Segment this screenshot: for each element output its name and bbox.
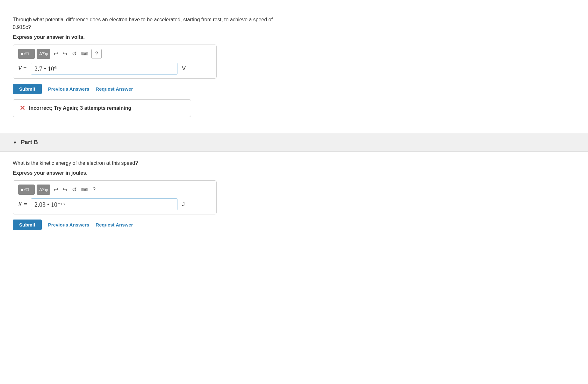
part-b-previous-answers-link[interactable]: Previous Answers <box>48 222 90 227</box>
help-icon-b: ? <box>93 187 96 192</box>
part-a-express: Express your answer in volts. <box>13 34 274 40</box>
redo-button-a[interactable]: ↪ <box>61 50 69 58</box>
help-icon-a: ? <box>95 51 98 57</box>
part-a-submit-button[interactable]: Submit <box>13 84 42 94</box>
part-a-previous-answers-link[interactable]: Previous Answers <box>48 86 90 92</box>
help-button-b[interactable]: ? <box>91 186 97 193</box>
redo-icon-b: ↪ <box>63 186 68 193</box>
part-b-request-answer-link[interactable]: Request Answer <box>96 222 133 227</box>
part-a-request-answer-link[interactable]: Request Answer <box>96 86 133 92</box>
part-a-toolbar: ■ √□ ΑΣφ ↩ ↪ ↺ ⌨ ? <box>18 49 211 59</box>
greek-icon-b: ΑΣφ <box>39 187 48 192</box>
keyboard-button-b[interactable]: ⌨ <box>80 186 90 193</box>
part-b-input-row: K = J <box>18 199 211 210</box>
matrix-sqrt-icon-a: ■ <box>21 52 23 56</box>
part-b-title: Part B <box>21 139 38 146</box>
greek-symbols-button-a[interactable]: ΑΣφ <box>37 49 50 59</box>
part-a-input[interactable] <box>31 63 177 74</box>
part-a-unit: V <box>182 65 186 72</box>
part-a-question: Through what potential difference does a… <box>13 16 274 31</box>
redo-button-b[interactable]: ↪ <box>61 185 69 194</box>
matrix-sqrt-button-a[interactable]: ■ √□ <box>18 49 35 59</box>
part-a-var-label: V = <box>18 65 28 72</box>
part-a-section: Through what potential difference does a… <box>13 10 274 123</box>
part-b-action-row: Submit Previous Answers Request Answer <box>13 220 575 230</box>
part-b-var-label: K = <box>18 201 28 208</box>
part-b-answer-box: ■ √□ ΑΣφ ↩ ↪ ↺ ⌨ ? K = <box>13 180 217 214</box>
part-a-feedback-text: Incorrect; Try Again; 3 attempts remaini… <box>29 105 131 111</box>
part-b-unit: J <box>182 201 185 208</box>
undo-button-a[interactable]: ↩ <box>52 50 60 58</box>
incorrect-icon-a: ✕ <box>19 104 25 112</box>
refresh-icon-b: ↺ <box>72 186 77 193</box>
refresh-button-a[interactable]: ↺ <box>71 50 78 58</box>
greek-icon-a: ΑΣφ <box>39 51 48 56</box>
part-b-section: What is the kinetic energy of the electr… <box>0 152 588 243</box>
undo-button-b[interactable]: ↩ <box>52 185 60 194</box>
greek-symbols-button-b[interactable]: ΑΣφ <box>37 185 50 195</box>
help-button-a[interactable]: ? <box>91 49 102 59</box>
part-a-input-row: V = V <box>18 63 211 74</box>
matrix-sqrt-icon-b: ■ <box>21 187 23 192</box>
part-b-toolbar: ■ √□ ΑΣφ ↩ ↪ ↺ ⌨ ? <box>18 185 211 195</box>
undo-icon-a: ↩ <box>54 50 58 57</box>
keyboard-button-a[interactable]: ⌨ <box>80 50 90 57</box>
matrix-sqrt-button-b[interactable]: ■ √□ <box>18 185 35 195</box>
sqrt-icon-b: √□ <box>24 187 29 192</box>
part-b-submit-button[interactable]: Submit <box>13 220 42 230</box>
refresh-icon-a: ↺ <box>72 50 77 57</box>
sqrt-icon-a: √□ <box>24 51 29 56</box>
part-b-input[interactable] <box>31 199 177 210</box>
keyboard-icon-a: ⌨ <box>81 51 88 57</box>
redo-icon-a: ↪ <box>63 50 68 57</box>
keyboard-icon-b: ⌨ <box>81 187 88 192</box>
part-b-header[interactable]: ▼ Part B <box>0 133 588 152</box>
part-a-answer-box: ■ √□ ΑΣφ ↩ ↪ ↺ ⌨ ? <box>13 45 217 79</box>
part-a-feedback-box: ✕ Incorrect; Try Again; 3 attempts remai… <box>13 99 191 117</box>
part-b-chevron-icon: ▼ <box>13 140 17 145</box>
refresh-button-b[interactable]: ↺ <box>71 185 78 194</box>
part-b-question: What is the kinetic energy of the electr… <box>13 159 575 167</box>
part-b-express: Express your answer in joules. <box>13 170 575 176</box>
undo-icon-b: ↩ <box>54 186 58 193</box>
part-a-action-row: Submit Previous Answers Request Answer <box>13 84 274 94</box>
